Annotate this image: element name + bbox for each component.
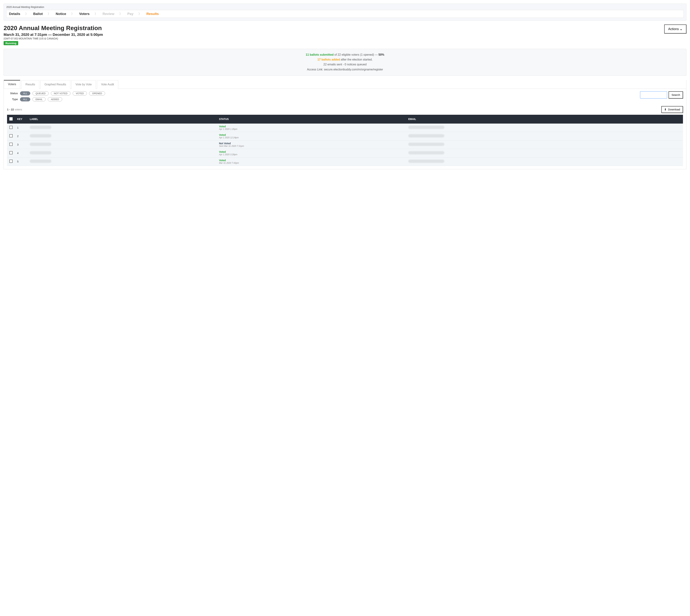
step-details[interactable]: Details	[9, 12, 20, 16]
status-text: Voted	[219, 159, 404, 162]
cell-key: 3	[15, 140, 27, 149]
cell-email	[406, 157, 683, 166]
status-pill-not-voted[interactable]: NOT VOTED	[51, 91, 71, 95]
chevron-right-icon: 〉	[139, 12, 141, 16]
filter-type-label: Type	[7, 98, 18, 101]
search-input[interactable]	[640, 91, 667, 98]
filter-type-row: Type ALL EMAIL ADDED	[7, 97, 683, 102]
filter-status-label: Status	[7, 92, 18, 95]
status-text: Voted	[219, 125, 404, 128]
redacted-label	[30, 142, 51, 146]
summary-link-label: Access Link:	[307, 68, 324, 71]
tab-voters[interactable]: Voters	[4, 80, 20, 89]
tab-vote-by-vote[interactable]: Vote by Vote	[71, 80, 96, 89]
cell-key: 5	[15, 157, 27, 166]
cell-label	[27, 132, 217, 140]
table-row: 4VotedApr 1 2020 3:28pm	[7, 149, 683, 157]
row-checkbox[interactable]	[9, 142, 13, 146]
redacted-label	[30, 134, 51, 137]
step-ballot[interactable]: Ballot	[33, 12, 43, 16]
chevron-right-icon: 〉	[119, 12, 122, 16]
summary-added-strong: 17 ballots added	[317, 58, 340, 61]
step-pay: Pay	[127, 12, 133, 16]
cell-key: 1	[15, 124, 27, 132]
row-checkbox[interactable]	[9, 126, 13, 129]
row-checkbox[interactable]	[9, 151, 13, 154]
filter-status-row: Status ALL QUEUED NOT VOTED VOTED OPENED	[7, 91, 683, 95]
row-checkbox[interactable]	[9, 134, 13, 137]
status-pill-queued[interactable]: QUEUED	[33, 91, 49, 95]
cell-email	[406, 124, 683, 132]
table-row: 2VotedApr 1 2020 12:24pm	[7, 132, 683, 140]
type-pill-all[interactable]: ALL	[20, 97, 30, 102]
status-pill-voted[interactable]: VOTED	[72, 91, 87, 95]
status-pill-opened[interactable]: OPENED	[89, 91, 105, 95]
step-results[interactable]: Results	[146, 12, 159, 16]
summary-box: 11 ballots submitted of 22 eligible vote…	[4, 49, 686, 76]
summary-added-rest: after the election started.	[341, 58, 373, 61]
download-button-label: Download	[668, 108, 680, 111]
status-sub: Apr 1 2020 1:26pm	[219, 128, 404, 130]
actions-button[interactable]: Actions ⌄	[664, 24, 686, 34]
voter-count: 1 - 22 voters	[7, 108, 22, 111]
cell-label	[27, 124, 217, 132]
cell-status: VotedApr 1 2020 3:28pm	[217, 149, 406, 157]
cell-key: 4	[15, 149, 27, 157]
chevron-right-icon: 〉	[25, 12, 28, 16]
redacted-email	[408, 151, 444, 154]
col-header-key: KEY	[15, 115, 27, 124]
steps-row: Details 〉 Ballot 〉 Notice 〉 Voters 〉 Rev…	[6, 10, 684, 18]
status-pill-all[interactable]: ALL	[20, 91, 30, 95]
row-checkbox[interactable]	[9, 159, 13, 163]
page-title: 2020 Annual Meeting Registration	[4, 24, 103, 31]
download-button[interactable]: ⬇ Download	[661, 106, 683, 113]
cell-email	[406, 140, 683, 149]
date-range: March 31, 2020 at 7:31pm — December 31, …	[4, 32, 103, 37]
cell-key: 2	[15, 132, 27, 140]
summary-submitted: 11 ballots submitted	[306, 53, 334, 56]
tab-vote-audit[interactable]: Vote Audit	[97, 80, 118, 89]
status-sub: Apr 1 2020 12:24pm	[219, 136, 404, 139]
chevron-right-icon: 〉	[95, 12, 98, 16]
col-header-status: STATUS	[217, 115, 406, 124]
type-pill-email[interactable]: EMAIL	[33, 97, 46, 102]
table-row: 1VotedApr 1 2020 1:26pm	[7, 124, 683, 132]
redacted-email	[408, 142, 444, 146]
voter-count-word: voters	[15, 108, 22, 111]
cell-status: VotedApr 1 2020 1:26pm	[217, 124, 406, 132]
voters-table: KEY LABEL STATUS EMAIL 1VotedApr 1 2020 …	[7, 115, 683, 166]
tabs-row: Voters Results Graphed Results Vote by V…	[4, 80, 686, 89]
summary-percent: 50%	[378, 53, 384, 56]
summary-eligible: of 22 eligible voters (1 opened) —	[334, 53, 378, 56]
cell-label	[27, 149, 217, 157]
cell-email	[406, 149, 683, 157]
col-header-label: LABEL	[27, 115, 217, 124]
cell-status: VotedApr 1 2020 12:24pm	[217, 132, 406, 140]
redacted-email	[408, 134, 444, 137]
status-badge: Running	[4, 41, 18, 45]
step-voters[interactable]: Voters	[79, 12, 89, 16]
col-header-email: EMAIL	[406, 115, 683, 124]
download-bar: 1 - 22 voters ⬇ Download	[7, 106, 683, 113]
page-header: 2020 Annual Meeting Registration March 3…	[4, 24, 686, 45]
redacted-label	[30, 151, 51, 154]
tab-graphed-results[interactable]: Graphed Results	[40, 80, 70, 89]
search-area: Search	[640, 91, 683, 98]
step-bar-title: 2020 Annual Meeting Registration	[6, 5, 684, 8]
timezone: (GMT-07:00) MOUNTAIN TIME (US & CANADA)	[4, 37, 103, 40]
status-sub: Sent Mar 31 2020 7:31pm	[219, 145, 404, 147]
chevron-right-icon: 〉	[71, 12, 74, 16]
summary-link-url: secure.electionbuddy.com/m/orgname/regis…	[324, 68, 383, 71]
cell-label	[27, 140, 217, 149]
search-button[interactable]: Search	[669, 91, 683, 98]
type-pill-added[interactable]: ADDED	[48, 97, 62, 102]
step-notice[interactable]: Notice	[56, 12, 66, 16]
tab-results[interactable]: Results	[21, 80, 39, 89]
table-row: 3Not VotedSent Mar 31 2020 7:31pm	[7, 140, 683, 149]
summary-emails: 22 emails sent - 0 notices queued	[7, 62, 683, 67]
table-row: 5VotedMar 31 2020 7:43pm	[7, 157, 683, 166]
cell-label	[27, 157, 217, 166]
tabs-panel: Voters Results Graphed Results Vote by V…	[4, 80, 686, 169]
select-all-checkbox[interactable]	[9, 117, 13, 120]
cell-status: VotedMar 31 2020 7:43pm	[217, 157, 406, 166]
